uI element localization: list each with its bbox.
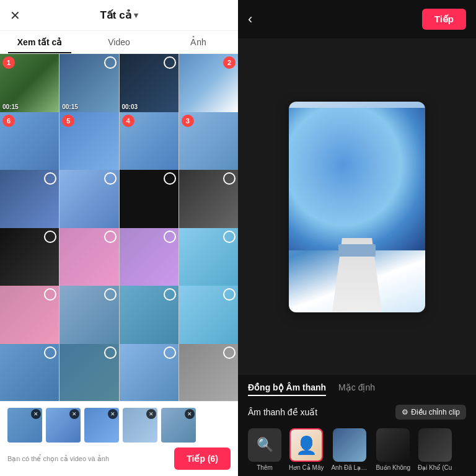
selection-badge: 5 [62, 115, 74, 127]
selection-circle [223, 231, 236, 243]
sound-item-buon-khong[interactable]: Buồn Không [376, 428, 410, 471]
adjust-icon: ⚙ [402, 408, 408, 416]
selection-circle [104, 288, 117, 301]
remove-icon[interactable]: ✕ [108, 409, 118, 419]
media-cell[interactable] [60, 344, 118, 402]
media-cell[interactable] [60, 170, 118, 229]
sound-thumb [418, 428, 452, 462]
selected-thumb[interactable]: ✕ [84, 408, 119, 443]
flower-blooms [289, 108, 425, 250]
sound-list: 🔍 Thêm 👤 Hơn Cả Mây Anh Đã Lạc V Buồn Kh… [238, 423, 476, 476]
selection-badge: 2 [223, 56, 236, 69]
sound-item-label: Đại Khổ (Cu [418, 464, 452, 471]
selected-thumb[interactable]: ✕ [123, 408, 157, 443]
sound-item-hon-ca-may[interactable]: 👤 Hơn Cả Mây [289, 428, 324, 471]
tab-all[interactable]: Xem tất cả [0, 31, 79, 53]
sound-thumb [333, 428, 366, 462]
media-cell[interactable] [179, 344, 238, 402]
sound-item-label: Anh Đã Lạc V [331, 464, 368, 471]
selection-circle [44, 172, 56, 185]
sound-item-search[interactable]: 🔍 Thêm [248, 428, 281, 471]
selection-circle [223, 172, 236, 185]
remove-icon[interactable]: ✕ [69, 409, 79, 419]
selection-circle [44, 346, 56, 359]
selection-badge: 3 [182, 115, 194, 127]
media-cell[interactable] [60, 286, 118, 345]
selection-circle [104, 346, 117, 359]
selection-circle [104, 172, 117, 185]
next-button-left[interactable]: Tiếp (6) [174, 447, 231, 470]
media-cell[interactable] [0, 170, 59, 229]
selection-badge: 6 [2, 115, 15, 127]
left-panel: ✕ Tất cả ▾ Xem tất cả Video Ảnh 1 00:15 … [0, 0, 238, 476]
adjust-label: Điều chỉnh clip [411, 408, 460, 416]
media-cell[interactable]: 00:15 [60, 54, 118, 113]
sound-item-anh-da-lac[interactable]: Anh Đã Lạc V [331, 428, 368, 471]
tab-video[interactable]: Video [79, 31, 159, 53]
header-title: Tất cả ▾ [100, 9, 138, 22]
close-button[interactable]: ✕ [10, 8, 20, 23]
media-cell[interactable] [0, 344, 59, 402]
tab-bar: Xem tất cả Video Ảnh [0, 31, 238, 54]
sync-section: Đồng bộ Âm thanh Mặc định [238, 375, 476, 401]
chevron-down-icon[interactable]: ▾ [134, 11, 138, 20]
selection-circle [223, 288, 236, 301]
main-image-area [238, 38, 476, 375]
media-cell[interactable] [0, 228, 59, 287]
bottom-row: Bạn có thể chọn cả video và ảnh Tiếp (6) [7, 447, 231, 470]
media-cell[interactable]: 3 [179, 112, 238, 171]
sound-section-label: Âm thanh đề xuất ⚙ Điều chỉnh clip [238, 401, 476, 423]
media-cell[interactable] [60, 228, 118, 287]
media-cell[interactable]: 4 [120, 112, 178, 171]
sound-thumb: 👤 [289, 428, 323, 462]
selection-circle [164, 346, 176, 359]
remove-icon[interactable]: ✕ [185, 409, 195, 419]
flower-ribbon [338, 244, 376, 257]
media-duration: 00:03 [122, 104, 138, 110]
media-cell[interactable] [179, 170, 238, 229]
selected-thumb[interactable]: ✕ [161, 408, 196, 443]
media-cell[interactable] [120, 286, 178, 345]
adjust-button[interactable]: ⚙ Điều chỉnh clip [395, 405, 466, 420]
selection-circle [104, 231, 117, 243]
right-panel: ‹ Tiếp Đồng bộ Âm thanh Mặc định Âm than… [238, 0, 476, 476]
sound-thumb [376, 428, 410, 462]
back-button[interactable]: ‹ [248, 11, 252, 27]
media-cell[interactable]: 6 [0, 112, 59, 171]
selection-circle [164, 56, 176, 69]
sound-label: Âm thanh đề xuất [248, 407, 317, 417]
sync-option-sound[interactable]: Đồng bộ Âm thanh [248, 382, 326, 396]
media-cell[interactable]: 1 00:15 [0, 54, 59, 113]
tab-photo[interactable]: Ảnh [159, 31, 238, 53]
sync-option-default[interactable]: Mặc định [338, 382, 375, 396]
selection-circle [44, 231, 56, 243]
sound-item-label: Hơn Cả Mây [289, 464, 324, 471]
selection-circle [164, 231, 176, 243]
media-cell[interactable] [120, 344, 178, 402]
selection-circle [164, 288, 176, 301]
media-cell[interactable]: 5 [60, 112, 118, 171]
sound-item-label: Buồn Không [376, 464, 410, 471]
sound-item-dai-kho[interactable]: Đại Khổ (Cu [418, 428, 452, 471]
selected-thumb[interactable]: ✕ [46, 408, 81, 443]
next-button-right[interactable]: Tiếp [422, 9, 466, 30]
remove-icon[interactable]: ✕ [31, 409, 41, 419]
left-header: ✕ Tất cả ▾ [0, 0, 238, 31]
remove-icon[interactable]: ✕ [146, 409, 156, 419]
right-header: ‹ Tiếp [238, 0, 476, 38]
media-cell[interactable] [120, 228, 178, 287]
media-cell[interactable] [0, 286, 59, 345]
media-cell[interactable]: 2 [179, 54, 238, 113]
media-cell[interactable] [179, 286, 238, 345]
media-cell[interactable] [120, 170, 178, 229]
selected-strip: ✕ ✕ ✕ ✕ ✕ [7, 408, 231, 443]
flower-image [289, 102, 425, 312]
media-grid: 1 00:15 00:15 00:03 2 6 5 4 3 [0, 54, 238, 401]
media-cell[interactable]: 00:03 [120, 54, 178, 113]
selected-thumb[interactable]: ✕ [7, 408, 42, 443]
title-text: Tất cả [100, 9, 131, 22]
media-duration: 00:15 [62, 104, 78, 110]
selection-circle [44, 288, 56, 301]
sound-item-label: Thêm [257, 464, 273, 471]
media-cell[interactable] [179, 228, 238, 287]
